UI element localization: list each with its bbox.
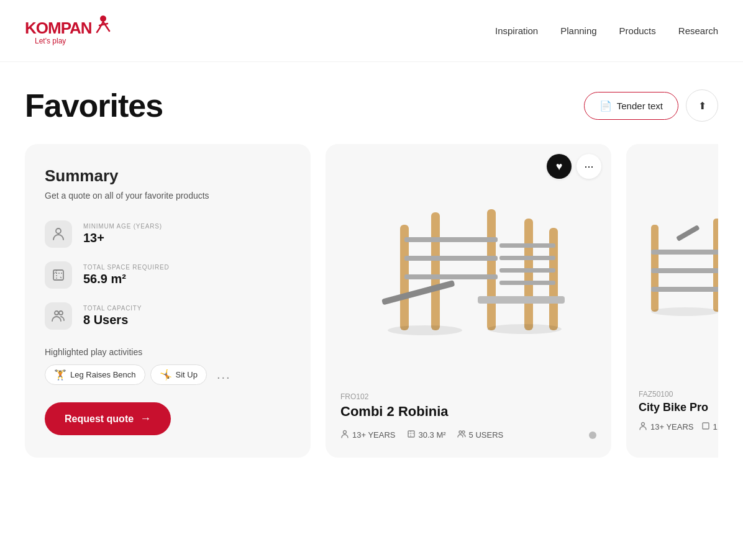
- document-icon: 📄: [599, 100, 612, 112]
- nav-item-planning[interactable]: Planning: [560, 25, 596, 36]
- svg-rect-19: [404, 274, 498, 279]
- nav-item-inspiration[interactable]: Inspiration: [495, 25, 538, 36]
- export-icon: ⬆: [698, 100, 706, 112]
- svg-rect-13: [431, 212, 440, 330]
- stat-space-value: 56.9 m²: [83, 272, 169, 286]
- users-icon-1: [457, 430, 466, 440]
- stat-space: TOTAL SPACE REQUIRED 56.9 m²: [45, 261, 291, 289]
- svg-rect-9: [53, 270, 63, 280]
- arrow-icon: →: [140, 412, 151, 425]
- more-options-button-1[interactable]: ···: [577, 154, 601, 179]
- age-icon-1: [340, 430, 349, 440]
- tender-text-label: Tender text: [617, 101, 663, 111]
- svg-rect-36: [651, 287, 718, 292]
- stat-min-age: MINIMUM AGE (YEARS) 13+: [45, 220, 291, 248]
- svg-rect-21: [499, 243, 555, 248]
- main-nav: Inspiration Planning Products Research: [495, 25, 718, 36]
- space-icon-1: [407, 430, 416, 440]
- svg-rect-35: [651, 268, 718, 273]
- summary-description: Get a quote on all of your favorite prod…: [45, 191, 291, 201]
- stat-capacity-icon: [45, 302, 72, 330]
- nav-item-products[interactable]: Products: [619, 25, 656, 36]
- svg-text:KOMPAN: KOMPAN: [25, 19, 92, 37]
- svg-rect-23: [499, 268, 555, 273]
- svg-point-30: [459, 431, 462, 433]
- activities-section: Highlighted play activities 🏋 Leg Raises…: [45, 347, 291, 385]
- svg-rect-25: [478, 296, 565, 304]
- product-users-value-1: 5 USERS: [469, 430, 504, 440]
- stat-capacity: TOTAL CAPACITY 8 Users: [45, 302, 291, 330]
- product-card-1: ♥ ···: [326, 144, 611, 458]
- stat-min-age-value: 13+: [83, 231, 162, 245]
- product-sku-2: FAZ50100: [639, 390, 718, 399]
- logo-svg: KOMPAN Let's play: [25, 14, 112, 48]
- summary-card: Summary Get a quote on all of your favor…: [25, 144, 311, 458]
- svg-point-1: [100, 16, 106, 22]
- svg-text:Let's play: Let's play: [35, 37, 66, 45]
- product-info-1: FRO102 Combi 2 Robinia 13+ YEARS 30.3 M²: [326, 380, 611, 455]
- favorite-button-1[interactable]: ♥: [547, 154, 572, 179]
- product-space-1: 30.3 M²: [407, 430, 446, 440]
- product-name-1: Combi 2 Robinia: [340, 404, 596, 420]
- tender-text-button[interactable]: 📄 Tender text: [584, 92, 678, 120]
- activities-label: Highlighted play activities: [45, 347, 291, 357]
- product-space-value-1: 30.3 M²: [419, 430, 446, 440]
- product-age-value-1: 13+ YEARS: [352, 430, 396, 440]
- svg-rect-16: [549, 228, 558, 330]
- main-content: Favorites 📄 Tender text ⬆ Summary Get a …: [0, 62, 743, 458]
- stat-capacity-content: TOTAL CAPACITY 8 Users: [83, 305, 142, 327]
- nav-item-research[interactable]: Research: [678, 25, 718, 36]
- stat-capacity-label: TOTAL CAPACITY: [83, 305, 142, 312]
- product-image-area-1: ♥ ···: [326, 144, 611, 380]
- product-meta-2: 13+ YEARS 11.: [639, 422, 718, 432]
- svg-point-28: [344, 431, 347, 434]
- svg-rect-20: [381, 280, 455, 305]
- product-age-value-2: 13+ YEARS: [650, 422, 694, 431]
- product-meta-1: 13+ YEARS 30.3 M² 5 USERS: [340, 430, 596, 440]
- export-button[interactable]: ⬆: [686, 89, 718, 122]
- product-card-2: FAZ50100 City Bike Pro 13+ YEARS 11.: [626, 144, 718, 458]
- svg-rect-24: [499, 281, 555, 285]
- sit-up-icon: 🤸: [160, 369, 172, 381]
- svg-rect-18: [404, 256, 498, 261]
- stat-space-content: TOTAL SPACE REQUIRED 56.9 m²: [83, 264, 169, 286]
- stat-min-age-label: MINIMUM AGE (YEARS): [83, 223, 162, 230]
- svg-rect-17: [404, 237, 498, 242]
- product-age-1: 13+ YEARS: [340, 430, 396, 440]
- title-actions: 📄 Tender text ⬆: [584, 89, 718, 122]
- product-age-2: 13+ YEARS: [639, 422, 694, 432]
- svg-rect-34: [651, 250, 718, 255]
- svg-rect-40: [703, 423, 709, 429]
- page-title: Favorites: [25, 87, 163, 124]
- stat-capacity-value: 8 Users: [83, 313, 142, 327]
- svg-rect-15: [524, 219, 533, 330]
- request-quote-label: Request quote: [65, 413, 134, 425]
- summary-title: Summary: [45, 166, 291, 186]
- svg-point-31: [462, 431, 465, 433]
- svg-line-5: [107, 27, 109, 31]
- svg-point-38: [651, 307, 718, 316]
- product-image-area-2: [626, 144, 718, 380]
- leg-raises-label: Leg Raises Bench: [70, 370, 136, 379]
- svg-line-3: [97, 29, 99, 32]
- svg-rect-29: [408, 431, 414, 437]
- svg-point-39: [642, 423, 645, 426]
- activity-chip-sit-up[interactable]: 🤸 Sit Up: [150, 364, 207, 385]
- product-space-2: 11.: [701, 422, 718, 432]
- logo[interactable]: KOMPAN Let's play: [25, 14, 112, 48]
- product-image-svg-2: [639, 200, 718, 324]
- product-indicator-1: [589, 431, 596, 439]
- product-info-2: FAZ50100 City Bike Pro 13+ YEARS 11.: [626, 380, 718, 445]
- product-sku-1: FRO102: [340, 392, 596, 401]
- more-activities-button[interactable]: ...: [212, 365, 236, 384]
- svg-point-26: [388, 325, 462, 335]
- page-title-row: Favorites 📄 Tender text ⬆: [25, 87, 718, 124]
- age-icon-2: [639, 422, 647, 432]
- space-icon-2: [701, 422, 710, 432]
- request-quote-button[interactable]: Request quote →: [45, 402, 171, 435]
- activity-chips: 🏋 Leg Raises Bench 🤸 Sit Up ...: [45, 364, 291, 385]
- svg-point-27: [487, 324, 562, 334]
- svg-rect-37: [676, 225, 700, 242]
- activity-chip-leg-raises[interactable]: 🏋 Leg Raises Bench: [45, 364, 145, 385]
- stat-space-icon: [45, 261, 72, 289]
